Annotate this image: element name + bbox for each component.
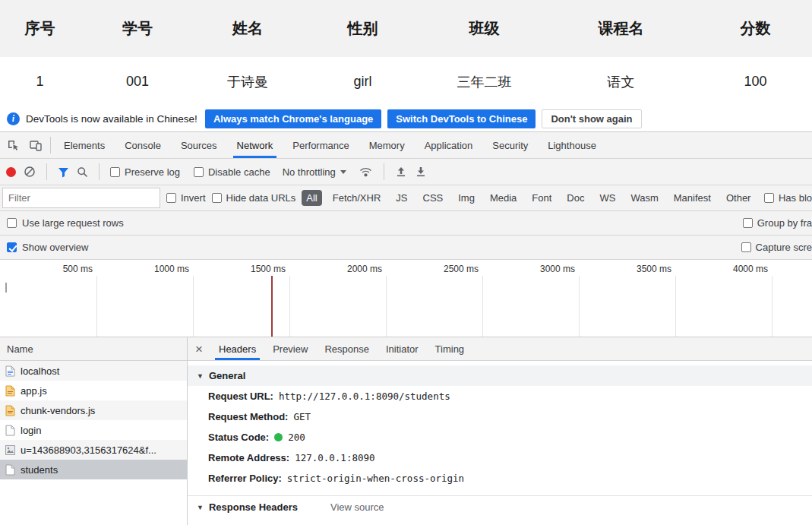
tab-elements[interactable]: Elements — [54, 132, 115, 158]
cell-gender: girl — [300, 57, 425, 106]
filter-type-fetch-xhr[interactable]: Fetch/XHR — [328, 190, 386, 206]
chevron-down-icon — [340, 170, 346, 174]
invert-checkbox[interactable] — [166, 193, 176, 203]
tab-lighthouse[interactable]: Lighthouse — [538, 132, 606, 158]
tab-sources[interactable]: Sources — [171, 132, 227, 158]
match-chrome-language-button[interactable]: Always match Chrome's language — [205, 109, 381, 128]
network-overview-timeline[interactable]: 500 ms 1000 ms 1500 ms 2000 ms 2500 ms 3… — [0, 260, 812, 337]
devtools-panel: Elements Console Sources Network Perform… — [0, 131, 812, 525]
kv-value: 127.0.0.1:8090 — [295, 452, 374, 463]
clear-icon[interactable] — [24, 166, 36, 178]
filter-type-js[interactable]: JS — [391, 190, 412, 206]
request-row-localhost[interactable]: localhost — [0, 361, 187, 381]
name-column-header[interactable]: Name — [0, 337, 187, 361]
network-options-row-2: Show overview Capture scre — [0, 236, 812, 260]
status-ok-dot-icon — [274, 433, 283, 441]
timeline-gridline — [675, 276, 676, 337]
search-icon[interactable] — [77, 166, 88, 178]
tab-security[interactable]: Security — [482, 132, 538, 158]
divider — [384, 163, 384, 180]
request-row-chunk-vendors-js[interactable]: chunk-vendors.js — [0, 400, 187, 420]
response-headers-title: Response Headers — [209, 501, 298, 513]
general-section-header[interactable]: ▼ General — [188, 365, 812, 386]
disable-cache-checkbox[interactable] — [194, 167, 204, 177]
request-row-app-js[interactable]: app.js — [0, 381, 187, 400]
details-tabbar: × Headers Preview Response Initiator Tim… — [188, 337, 812, 361]
tab-initiator[interactable]: Initiator — [378, 337, 427, 360]
tab-preview[interactable]: Preview — [264, 337, 316, 360]
tab-performance[interactable]: Performance — [283, 132, 359, 158]
timeline-tick-label: 500 ms — [63, 264, 96, 274]
filter-type-wasm[interactable]: Wasm — [626, 190, 662, 206]
timeline-gridline — [772, 276, 773, 337]
has-blocked-cookies-label[interactable]: Has blo — [779, 192, 812, 204]
request-row-students[interactable]: students — [0, 460, 187, 479]
tab-response[interactable]: Response — [316, 337, 378, 360]
has-blocked-cookies-checkbox[interactable] — [764, 193, 774, 203]
invert-label[interactable]: Invert — [181, 192, 206, 204]
divider — [46, 163, 47, 180]
group-by-frame-label[interactable]: Group by fra — [757, 217, 812, 229]
request-name: localhost — [21, 365, 59, 377]
document-icon — [5, 365, 15, 377]
filter-type-ws[interactable]: WS — [595, 190, 620, 206]
filter-type-other[interactable]: Other — [722, 190, 756, 206]
kv-status-code: Status Code: 200 — [188, 427, 812, 448]
kv-key: Status Code: — [208, 432, 269, 443]
kv-key: Request URL: — [208, 391, 273, 402]
tab-memory[interactable]: Memory — [359, 132, 415, 158]
tab-network[interactable]: Network — [227, 132, 283, 158]
timeline-gridline — [482, 276, 483, 337]
request-row-login[interactable]: login — [0, 420, 187, 440]
show-overview-checkbox[interactable] — [7, 242, 17, 252]
tab-timing[interactable]: Timing — [427, 337, 473, 360]
tab-console[interactable]: Console — [115, 132, 171, 158]
cell-index: 1 — [0, 57, 80, 106]
inspect-icon[interactable] — [2, 134, 24, 156]
filter-icon[interactable] — [58, 166, 69, 178]
js-file-icon — [5, 385, 15, 397]
tab-application[interactable]: Application — [415, 132, 483, 158]
use-large-request-rows-label[interactable]: Use large request rows — [22, 217, 124, 229]
response-headers-section-header[interactable]: ▼ Response Headers View source — [188, 495, 812, 518]
preserve-log-label[interactable]: Preserve log — [125, 166, 180, 178]
requests-table: Name localhost app.js — [0, 337, 188, 525]
capture-screenshots-checkbox[interactable] — [741, 242, 751, 252]
preserve-log-checkbox[interactable] — [110, 167, 120, 177]
filter-type-css[interactable]: CSS — [419, 190, 448, 206]
kv-value: GET — [293, 411, 311, 422]
filter-type-doc[interactable]: Doc — [562, 190, 589, 206]
network-filter-bar: Invert Hide data URLs All Fetch/XHR JS C… — [0, 185, 812, 211]
column-header-name: 姓名 — [195, 0, 300, 57]
dont-show-again-button[interactable]: Don't show again — [542, 109, 641, 128]
hide-data-urls-checkbox[interactable] — [212, 193, 222, 203]
filter-input[interactable] — [2, 188, 160, 208]
timeline-tick-label: 2000 ms — [347, 264, 386, 274]
student-table-data-row: 1 001 于诗曼 girl 三年二班 语文 100 — [0, 57, 812, 106]
network-conditions-icon[interactable] — [359, 166, 373, 178]
import-har-icon[interactable] — [395, 166, 407, 178]
filter-type-media[interactable]: Media — [485, 190, 521, 206]
use-large-request-rows-checkbox[interactable] — [7, 218, 17, 228]
divider — [99, 163, 100, 180]
disable-cache-label[interactable]: Disable cache — [208, 166, 270, 178]
show-overview-label[interactable]: Show overview — [22, 242, 88, 253]
switch-devtools-to-chinese-button[interactable]: Switch DevTools to Chinese — [387, 109, 536, 128]
filter-type-all[interactable]: All — [302, 190, 321, 206]
export-har-icon[interactable] — [415, 166, 427, 178]
request-row-image[interactable]: u=143688903,3156317624&f... — [0, 440, 187, 460]
view-source-button[interactable]: View source — [330, 501, 384, 513]
filter-type-font[interactable]: Font — [527, 190, 556, 206]
file-icon — [5, 425, 15, 436]
hide-data-urls-label[interactable]: Hide data URLs — [226, 192, 296, 204]
group-by-frame-checkbox[interactable] — [743, 218, 753, 228]
tab-headers[interactable]: Headers — [210, 337, 264, 360]
close-icon[interactable]: × — [188, 343, 210, 356]
filter-type-manifest[interactable]: Manifest — [669, 190, 716, 206]
capture-screenshots-label[interactable]: Capture scre — [756, 242, 812, 253]
throttling-select[interactable]: No throttling — [283, 166, 346, 178]
device-toolbar-icon[interactable] — [24, 134, 47, 156]
record-icon[interactable] — [6, 167, 16, 177]
filter-type-img[interactable]: Img — [453, 190, 479, 206]
kv-request-url: Request URL: http://127.0.0.1:8090/stude… — [188, 386, 812, 406]
